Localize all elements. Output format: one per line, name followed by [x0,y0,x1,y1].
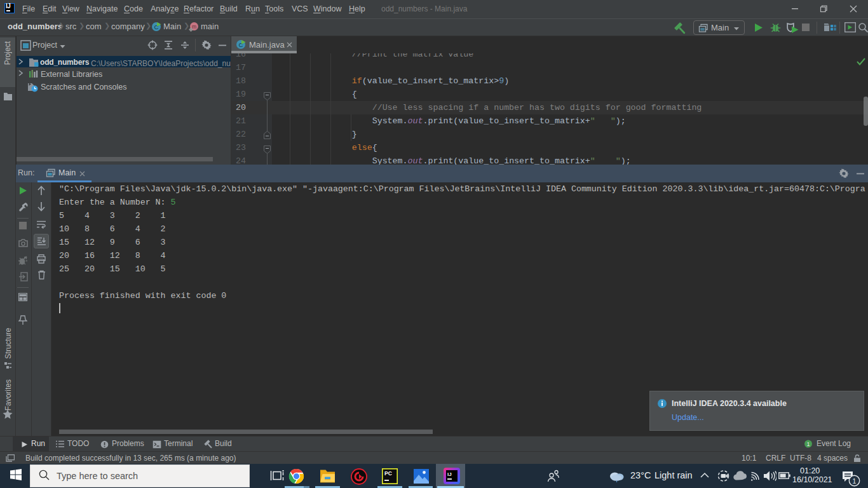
svg-text:1: 1 [806,441,810,447]
svg-text:IJ: IJ [447,471,452,477]
svg-text:1: 1 [853,477,857,485]
svg-text:PC: PC [384,470,392,477]
svg-text:m: m [192,24,196,30]
